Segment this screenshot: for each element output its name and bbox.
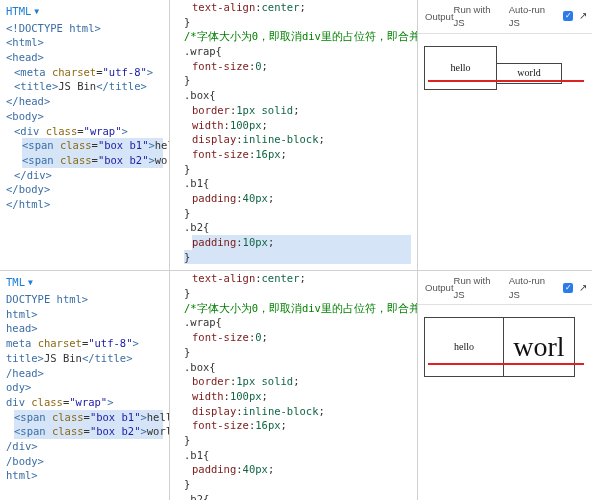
css-code-line-selected[interactable]: padding:10px; [192,235,411,250]
css-code-line[interactable]: display:inline-block; [192,132,411,147]
css-code-line[interactable]: .b2{ [184,220,411,235]
css-code-line[interactable]: border:1px solid; [192,103,411,118]
css-code-line[interactable]: font-size:0; [192,330,411,345]
run-with-js-button[interactable]: Run with JS [454,3,503,30]
css-code-line[interactable]: font-size:16px; [192,147,411,162]
css-code-line[interactable]: .box{ [184,360,411,375]
css-code-line[interactable]: } [184,286,411,301]
output-header: Output Run with JS Auto-run JS ✓ ↗ [418,0,592,34]
output-body: hello worl [418,305,592,500]
css-code-line[interactable]: } [184,73,411,88]
output-body: hello world [418,34,592,271]
baseline-annotation [428,80,584,82]
css-code-line[interactable]: } [184,433,411,448]
html-code-line[interactable]: head> [6,321,163,336]
css-code-line[interactable]: .b1{ [184,448,411,463]
chevron-down-icon: ▼ [28,277,33,288]
css-code-line-selected[interactable]: } [184,250,411,265]
css-code-line[interactable]: } [184,15,411,30]
html-panel-label: HTML [6,4,31,19]
html-code-line[interactable]: </div> [14,168,163,183]
row-1: HTML ▼ <!DOCTYPE html> <html> <head> <me… [0,0,592,271]
css-code-line[interactable]: .b1{ [184,176,411,191]
html-code-line[interactable]: <meta charset="utf-8"> [14,65,163,80]
html-code-line[interactable]: <title>JS Bin</title> [14,79,163,94]
css-code-line[interactable]: } [184,477,411,492]
html-code-line-selected[interactable]: <span class="box b1">hello</span> [22,138,163,153]
css-code-line[interactable]: } [184,345,411,360]
html-code-line[interactable]: </body> [6,182,163,197]
html-code-line[interactable]: <head> [6,50,163,65]
popout-icon[interactable]: ↗ [579,281,587,295]
css-code-line[interactable]: text-align:center; [192,0,411,15]
html-code-line[interactable]: </html> [6,197,163,212]
css-code-line[interactable]: } [184,162,411,177]
html-code-line[interactable]: meta charset="utf-8"> [6,336,163,351]
html-code-line-selected[interactable]: <span class="box b2">world</span> [14,424,163,439]
preview-box-1: hello [424,317,504,377]
css-code-line[interactable]: .b2{ [184,492,411,500]
output-panel-2: Output Run with JS Auto-run JS ✓ ↗ hello… [418,271,592,500]
css-code-line[interactable]: .wrap{ [184,315,411,330]
css-code-line[interactable]: } [184,206,411,221]
baseline-annotation [428,363,584,365]
preview-box-1: hello [424,46,497,90]
css-panel-1[interactable]: text-align:center; } /*字体大小为0，即取消div里的占位… [170,0,418,270]
css-code-line[interactable]: border:1px solid; [192,374,411,389]
output-panel-1: Output Run with JS Auto-run JS ✓ ↗ hello… [418,0,592,270]
row-2: TML ▼ DOCTYPE html> html> head> meta cha… [0,271,592,500]
css-comment[interactable]: /*字体大小为0，即取消div里的占位符，即合并在一起*/ [184,301,411,316]
html-code-line[interactable]: <!DOCTYPE html> [6,21,163,36]
css-code-line[interactable]: font-size:0; [192,59,411,74]
auto-run-js-label: Auto-run JS [509,3,558,30]
css-code-line[interactable]: font-size:16px; [192,418,411,433]
html-code-line[interactable]: <div class="wrap"> [14,124,163,139]
html-code-line[interactable]: /body> [6,454,163,469]
html-code-line[interactable]: div class="wrap"> [6,395,163,410]
html-panel-title[interactable]: HTML ▼ [6,4,39,19]
html-panel-2[interactable]: TML ▼ DOCTYPE html> html> head> meta cha… [0,271,170,500]
preview-wrap: hello world [424,46,562,90]
html-code-line[interactable]: title>JS Bin</title> [6,351,163,366]
css-comment[interactable]: /*字体大小为0，即取消div里的占位符，即合并在一起*/ [184,29,411,44]
run-with-js-button[interactable]: Run with JS [454,274,503,301]
output-label: Output [425,10,454,23]
auto-run-checkbox[interactable]: ✓ [563,11,573,21]
chevron-down-icon: ▼ [34,6,39,17]
preview-box-2: worl [503,317,575,377]
css-code-line[interactable]: display:inline-block; [192,404,411,419]
html-code-line[interactable]: <body> [6,109,163,124]
preview-wrap: hello worl [424,317,575,377]
output-header: Output Run with JS Auto-run JS ✓ ↗ [418,271,592,305]
html-code-line[interactable]: /head> [6,366,163,381]
html-code-line[interactable]: ody> [6,380,163,395]
html-code-line[interactable]: <html> [6,35,163,50]
css-code-line[interactable]: width:100px; [192,118,411,133]
html-code-line[interactable]: html> [6,307,163,322]
html-code-line[interactable]: DOCTYPE html> [6,292,163,307]
output-label: Output [425,281,454,294]
css-code-line[interactable]: width:100px; [192,389,411,404]
css-code-line[interactable]: .wrap{ [184,44,411,59]
css-code-line[interactable]: padding:40px; [192,191,411,206]
html-code-line[interactable]: /div> [6,439,163,454]
html-code-line-selected[interactable]: <span class="box b2">world</span> [22,153,163,168]
auto-run-js-label: Auto-run JS [509,274,558,301]
html-panel-1[interactable]: HTML ▼ <!DOCTYPE html> <html> <head> <me… [0,0,170,270]
css-code-line[interactable]: text-align:center; [192,271,411,286]
tml-panel-label: TML [6,275,25,290]
popout-icon[interactable]: ↗ [579,9,587,23]
html-code-line[interactable]: </head> [6,94,163,109]
css-panel-2[interactable]: text-align:center; } /*字体大小为0，即取消div里的占位… [170,271,418,500]
html-panel-title[interactable]: TML ▼ [6,275,33,290]
css-code-line[interactable]: .box{ [184,88,411,103]
css-code-line[interactable]: padding:40px; [192,462,411,477]
html-code-line-selected[interactable]: <span class="box b1">hello</span> [14,410,163,425]
html-code-line[interactable]: html> [6,468,163,483]
auto-run-checkbox[interactable]: ✓ [563,283,573,293]
